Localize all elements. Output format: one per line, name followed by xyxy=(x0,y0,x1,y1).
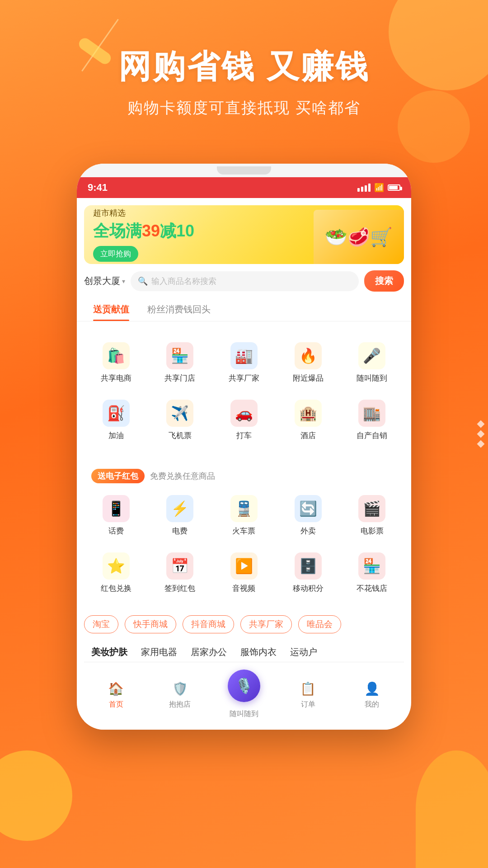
service-label-7: 打车 xyxy=(236,430,252,441)
category-clothing[interactable]: 服饰内衣 xyxy=(240,646,277,662)
service-icon-hot-nearby: 🔥 xyxy=(295,342,322,369)
nav-profile-label: 我的 xyxy=(365,700,379,709)
services-grid-row1: 🛍️ 共享电商 🏪 共享门店 🏭 共享厂家 🔥 附近爆品 🎤 随叫 xyxy=(84,334,404,392)
service-gas[interactable]: ⛽ 加油 xyxy=(84,395,148,445)
card2-badge: 送电子红包 xyxy=(91,469,145,483)
service2-label-1: 电费 xyxy=(172,526,188,536)
service-delivery[interactable]: 🔄 外卖 xyxy=(276,491,340,541)
nav-home[interactable]: 🏠 首页 xyxy=(84,679,148,709)
signal-icon xyxy=(357,184,371,192)
search-box[interactable]: 🔍 输入商品名称搜索 xyxy=(131,271,359,291)
tag-kuaishou[interactable]: 快手商城 xyxy=(125,615,176,633)
service-icon-on-demand: 🎤 xyxy=(358,342,385,369)
phone-mockup: 9:41 📶 超市精选 全场满39减10 xyxy=(77,164,411,730)
phone-notch xyxy=(217,166,271,175)
category-appliance[interactable]: 家用电器 xyxy=(141,646,177,662)
nav-home-label: 首页 xyxy=(109,700,123,709)
service-redpacket-exchange[interactable]: ⭐ 红包兑换 xyxy=(84,548,148,598)
location-button[interactable]: 创景大厦 ▾ xyxy=(84,275,125,287)
wifi-icon: 📶 xyxy=(374,183,384,193)
service2-label-0: 话费 xyxy=(108,526,124,536)
services2-grid-row2: ⭐ 红包兑换 📅 签到红包 ▶️ 音视频 🗄️ 移动积分 🏪 不花钱店 xyxy=(84,544,404,602)
chevron-down-icon: ▾ xyxy=(122,278,125,285)
service-shared-factory[interactable]: 🏭 共享厂家 xyxy=(212,338,276,388)
banner-button[interactable]: 立即抢购 xyxy=(93,246,138,262)
service2-label-7: 音视频 xyxy=(232,583,255,594)
service-taxi[interactable]: 🚗 打车 xyxy=(212,395,276,445)
service-flight[interactable]: ✈️ 飞机票 xyxy=(148,395,212,445)
category-beauty[interactable]: 美妆护肤 xyxy=(91,646,127,662)
nav-voice[interactable]: 🎙️ 随叫随到 xyxy=(212,670,276,719)
services-grid-row2: ⛽ 加油 ✈️ 飞机票 🚗 打车 🏨 酒店 🏬 自产自销 xyxy=(84,392,404,449)
status-icons: 📶 xyxy=(357,183,400,193)
tab-gong-xian-zhi[interactable]: 送贡献值 xyxy=(84,298,138,321)
profile-icon: 👤 xyxy=(362,679,381,698)
service-label-0: 共享电商 xyxy=(101,373,131,383)
platform-tags: 淘宝 快手商城 抖音商城 共享厂家 唯品会 xyxy=(77,609,411,633)
service2-label-3: 外卖 xyxy=(300,526,316,536)
services-card-1: 🛍️ 共享电商 🏪 共享门店 🏭 共享厂家 🔥 附近爆品 🎤 随叫 xyxy=(84,327,404,456)
service-icon-mobile-points: 🗄️ xyxy=(295,552,322,580)
tag-taobao[interactable]: 淘宝 xyxy=(84,615,118,633)
battery-icon xyxy=(388,184,400,191)
search-area: 创景大厦 ▾ 🔍 输入商品名称搜索 搜索 xyxy=(77,264,411,298)
service-mobile-points[interactable]: 🗄️ 移动积分 xyxy=(276,548,340,598)
search-input[interactable]: 输入商品名称搜索 xyxy=(151,276,352,287)
service2-label-4: 电影票 xyxy=(361,526,384,536)
service-icon-gas: ⛽ xyxy=(103,400,130,427)
category-sports[interactable]: 运动户 xyxy=(290,646,317,662)
service-shared-ecommerce[interactable]: 🛍️ 共享电商 xyxy=(84,338,148,388)
tabs-row: 送贡献值 粉丝消费钱回头 xyxy=(77,298,411,321)
nav-orders-label: 订单 xyxy=(301,700,315,709)
service-self-sales[interactable]: 🏬 自产自销 xyxy=(340,395,404,445)
banner-image: 🥗🥩🛒 xyxy=(314,210,404,264)
service-hot-nearby[interactable]: 🔥 附近爆品 xyxy=(276,338,340,388)
bottom-blob-left xyxy=(0,750,72,841)
tag-douyin[interactable]: 抖音商城 xyxy=(183,615,234,633)
service-icon-shared-store: 🏪 xyxy=(166,342,193,369)
service-movie[interactable]: 🎬 电影票 xyxy=(340,491,404,541)
nav-store-label: 抱抱店 xyxy=(169,700,191,709)
service-electric[interactable]: ⚡ 电费 xyxy=(148,491,212,541)
service2-label-6: 签到红包 xyxy=(164,583,195,594)
service-video[interactable]: ▶️ 音视频 xyxy=(212,548,276,598)
promo-banner[interactable]: 超市精选 全场满39减10 立即抢购 🥗🥩🛒 xyxy=(84,205,404,264)
category-office[interactable]: 居家办公 xyxy=(191,646,227,662)
service-shared-store[interactable]: 🏪 共享门店 xyxy=(148,338,212,388)
service-icon-taxi: 🚗 xyxy=(230,400,258,427)
service-hotel[interactable]: 🏨 酒店 xyxy=(276,395,340,445)
service-icon-checkin: 📅 xyxy=(166,552,193,580)
service-phone-bill[interactable]: 📱 话费 xyxy=(84,491,148,541)
banner-food: 🥗🥩🛒 xyxy=(314,210,404,264)
services2-grid-row1: 📱 话费 ⚡ 电费 🚆 火车票 🔄 外卖 🎬 电影票 xyxy=(84,487,404,544)
service-icon-movie: 🎬 xyxy=(358,495,385,522)
service-icon-train: 🚆 xyxy=(230,495,258,522)
service-train[interactable]: 🚆 火车票 xyxy=(212,491,276,541)
home-icon: 🏠 xyxy=(107,679,126,698)
service-checkin[interactable]: 📅 签到红包 xyxy=(148,548,212,598)
service-label-2: 共享厂家 xyxy=(229,373,259,383)
nav-store[interactable]: 🛡️ 抱抱店 xyxy=(148,679,212,709)
voice-center-button[interactable]: 🎙️ xyxy=(228,670,260,702)
search-button[interactable]: 搜索 xyxy=(364,270,404,292)
tag-factory[interactable]: 共享厂家 xyxy=(240,615,292,633)
status-time: 9:41 xyxy=(88,182,108,193)
service2-label-2: 火车票 xyxy=(232,526,255,536)
service-free-shop[interactable]: 🏪 不花钱店 xyxy=(340,548,404,598)
store-icon: 🛡️ xyxy=(170,679,189,698)
services-card-2: 送电子红包 免费兑换任意商品 📱 话费 ⚡ 电费 🚆 火车票 🔄 xyxy=(84,462,404,609)
service-icon-delivery: 🔄 xyxy=(295,495,322,522)
service-label-1: 共享门店 xyxy=(164,373,195,383)
category-nav: 美妆护肤 家用电器 居家办公 服饰内衣 运动户 xyxy=(84,639,404,662)
service-icon-flight: ✈️ xyxy=(166,400,193,427)
service-on-demand[interactable]: 🎤 随叫随到 xyxy=(340,338,404,388)
nav-orders[interactable]: 📋 订单 xyxy=(276,679,340,709)
tab-fens-hui-tou[interactable]: 粉丝消费钱回头 xyxy=(138,298,220,321)
service2-label-9: 不花钱店 xyxy=(357,583,387,594)
bottom-blob-right xyxy=(416,750,488,868)
service-icon-self-sales: 🏬 xyxy=(358,400,385,427)
nav-profile[interactable]: 👤 我的 xyxy=(340,679,404,709)
hero-subtitle: 购物卡额度可直接抵现 买啥都省 xyxy=(27,98,461,118)
tag-vip[interactable]: 唯品会 xyxy=(298,615,341,633)
service-icon-shared-factory: 🏭 xyxy=(230,342,258,369)
